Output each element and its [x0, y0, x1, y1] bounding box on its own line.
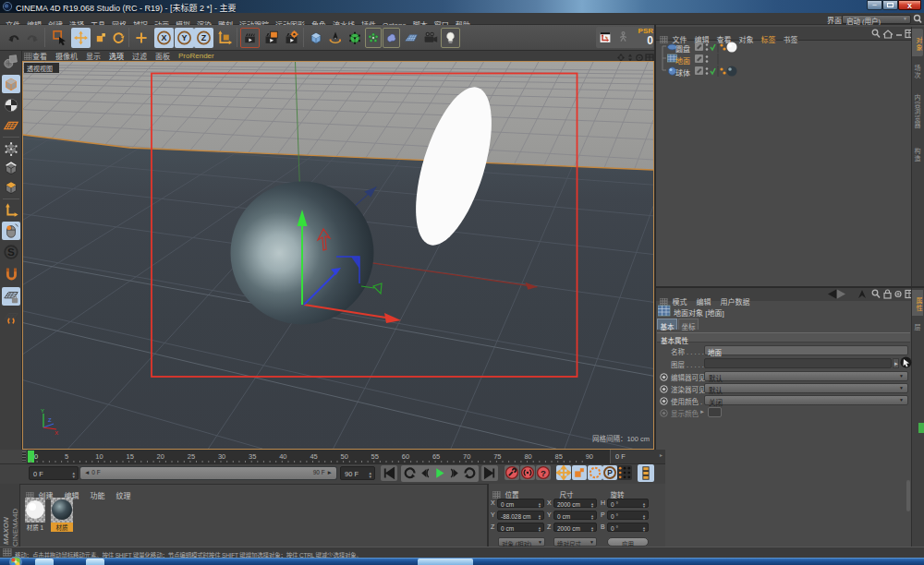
svg-text:20: 20 — [157, 452, 164, 461]
svg-text:X: X — [55, 430, 58, 436]
svg-text:P: P — [607, 468, 613, 477]
svg-text:55: 55 — [371, 452, 379, 461]
svg-text:0: 0 — [34, 452, 38, 461]
svg-text:Y: Y — [41, 408, 44, 414]
svg-text:X: X — [162, 33, 167, 42]
svg-text:Z: Z — [201, 33, 207, 42]
svg-text:10: 10 — [95, 452, 103, 461]
svg-text:25: 25 — [188, 452, 195, 461]
svg-text:Y: Y — [182, 33, 188, 42]
svg-text:透视视图: 透视视图 — [27, 65, 53, 73]
svg-text:65: 65 — [432, 452, 440, 461]
svg-text:30: 30 — [218, 452, 225, 461]
svg-text:S: S — [7, 246, 15, 258]
svg-text:45: 45 — [310, 452, 317, 461]
svg-text:15: 15 — [127, 452, 134, 461]
svg-text:85: 85 — [555, 452, 563, 461]
svg-text:Z: Z — [48, 417, 52, 423]
svg-text:80: 80 — [524, 452, 531, 461]
svg-text:5: 5 — [65, 452, 68, 461]
svg-text:40: 40 — [279, 452, 286, 461]
svg-text:?: ? — [541, 468, 546, 478]
svg-text:35: 35 — [249, 452, 256, 461]
svg-text:网格间隔：100 cm: 网格间隔：100 cm — [592, 434, 650, 443]
svg-text:50: 50 — [341, 452, 348, 461]
svg-text:75: 75 — [493, 452, 501, 461]
svg-text:90: 90 — [586, 452, 593, 461]
svg-text:70: 70 — [463, 452, 470, 461]
svg-text:60: 60 — [402, 452, 409, 461]
